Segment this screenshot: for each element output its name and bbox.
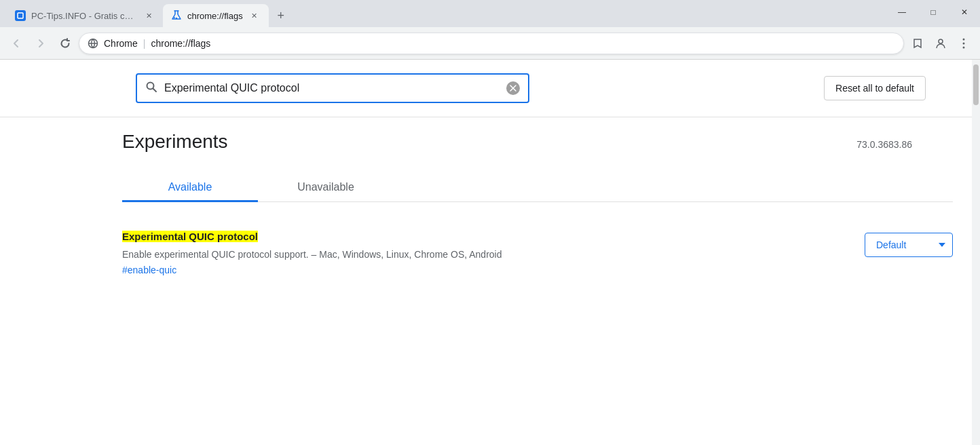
svg-point-8 — [963, 42, 965, 44]
omnibar-actions — [907, 33, 975, 54]
reload-button[interactable] — [54, 33, 76, 54]
page-title: Experiments — [122, 131, 228, 153]
flag-info-quic: Experimental QUIC protocol Enable experi… — [122, 229, 665, 275]
svg-point-3 — [176, 18, 177, 19]
tab-favicon-pctips — [15, 10, 26, 21]
tab-title-pctips: PC-Tips.INFO - Gratis computer t — [31, 11, 137, 21]
omnibox[interactable]: Chrome | chrome://flags — [79, 33, 904, 54]
tab-close-pctips[interactable]: ✕ — [143, 9, 155, 22]
tab-available[interactable]: Available — [122, 173, 258, 201]
scrollbar-track — [972, 60, 980, 445]
tab-title-flags: chrome://flags — [187, 11, 243, 21]
tab-pctips[interactable]: PC-Tips.INFO - Gratis computer t ✕ — [7, 4, 163, 27]
svg-point-6 — [939, 39, 943, 43]
omnibox-site-name: Chrome — [104, 38, 138, 49]
search-icon — [145, 81, 157, 96]
title-bar: — □ ✕ PC-Tips.INFO - Gratis computer t ✕ — [0, 0, 980, 27]
tab-flags[interactable]: chrome://flags ✕ — [163, 4, 269, 27]
window-controls: — □ ✕ — [886, 0, 980, 24]
tab-unavailable[interactable]: Unavailable — [258, 173, 394, 201]
omnibox-url[interactable]: chrome://flags — [151, 38, 895, 49]
svg-rect-0 — [18, 13, 23, 18]
flag-item-quic: Experimental QUIC protocol Enable experi… — [122, 222, 953, 282]
scrollbar-thumb[interactable] — [973, 64, 979, 105]
new-tab-button[interactable]: + — [271, 6, 290, 25]
bookmark-button[interactable] — [907, 33, 928, 54]
menu-button[interactable] — [953, 33, 975, 54]
tab-navigation: Available Unavailable — [122, 173, 953, 202]
svg-line-11 — [153, 88, 157, 92]
tab-favicon-flags — [171, 10, 182, 21]
search-bar-area: Reset all to default — [0, 60, 980, 117]
search-input[interactable] — [164, 82, 500, 94]
version-text: 73.0.3683.86 — [856, 139, 912, 150]
page-body: Experiments 73.0.3683.86 Available Unava… — [0, 117, 980, 296]
maximize-button[interactable]: □ — [918, 0, 949, 24]
browser-window: — □ ✕ PC-Tips.INFO - Gratis computer t ✕ — [0, 0, 980, 445]
browser-content: Reset all to default Experiments 73.0.36… — [0, 60, 980, 445]
tabs-row: PC-Tips.INFO - Gratis computer t ✕ chrom… — [7, 0, 290, 27]
flag-dropdown-quic[interactable]: Default Enabled Disabled — [865, 233, 953, 257]
search-clear-button[interactable] — [506, 81, 520, 95]
back-button[interactable] — [5, 33, 27, 54]
tab-close-flags[interactable]: ✕ — [248, 9, 261, 22]
flag-control-quic: Default Enabled Disabled — [865, 233, 953, 257]
account-button[interactable] — [930, 33, 951, 54]
omnibar: Chrome | chrome://flags — [0, 27, 980, 60]
flag-description-quic: Enable experimental QUIC protocol suppor… — [122, 248, 665, 262]
page-header: Experiments 73.0.3683.86 — [122, 131, 953, 153]
forward-button[interactable] — [30, 33, 52, 54]
omnibox-separator: | — [143, 38, 146, 49]
page-content: Reset all to default Experiments 73.0.36… — [0, 60, 980, 445]
svg-point-2 — [174, 17, 175, 18]
search-input-wrapper[interactable] — [136, 73, 529, 103]
flag-title-quic: Experimental QUIC protocol — [122, 229, 665, 244]
globe-icon — [88, 38, 98, 49]
close-button[interactable]: ✕ — [949, 0, 980, 24]
reset-all-button[interactable]: Reset all to default — [824, 76, 926, 100]
flag-link-quic[interactable]: #enable-quic — [122, 265, 665, 275]
minimize-button[interactable]: — — [886, 0, 918, 24]
svg-point-7 — [963, 38, 965, 40]
svg-point-9 — [963, 46, 965, 48]
